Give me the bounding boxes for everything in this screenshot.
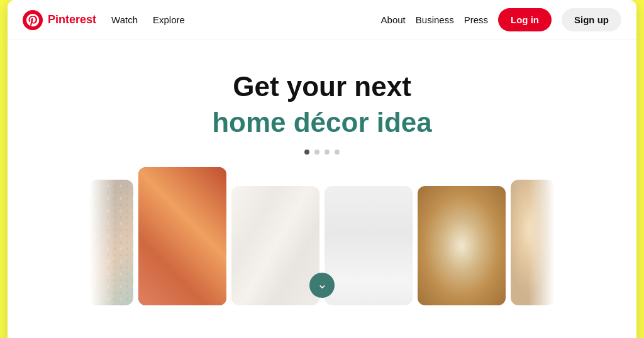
nav-watch[interactable]: Watch: [111, 14, 138, 25]
image-card-4[interactable]: [325, 186, 413, 305]
image-card-6[interactable]: [511, 180, 555, 305]
image-row: [8, 167, 636, 330]
image-card-3[interactable]: [231, 186, 319, 305]
hero-subtitle: home décor idea: [212, 106, 432, 139]
navbar: Pinterest Watch Explore About Business P…: [8, 0, 636, 40]
image-card-5[interactable]: [418, 186, 506, 305]
nav-press[interactable]: Press: [464, 14, 488, 25]
dot-4[interactable]: [335, 150, 340, 155]
logo-area[interactable]: Pinterest: [23, 10, 96, 30]
hero-title: Get your next: [233, 70, 411, 104]
dot-2[interactable]: [314, 150, 319, 155]
how-it-works-link[interactable]: Here's how it works ⌄: [8, 330, 636, 338]
pinterest-logo-icon: [23, 10, 43, 30]
svg-point-0: [23, 10, 43, 30]
image-card-2[interactable]: [138, 167, 226, 305]
browser-window: Pinterest Watch Explore About Business P…: [8, 0, 636, 338]
nav-explore[interactable]: Explore: [153, 14, 185, 25]
nav-left: Watch Explore: [111, 14, 185, 25]
scroll-down-button[interactable]: [309, 273, 335, 298]
login-button[interactable]: Log in: [498, 8, 552, 31]
hero-section: Get your next home décor idea: [8, 40, 636, 330]
image-card-1[interactable]: [89, 180, 133, 305]
dot-3[interactable]: [325, 150, 330, 155]
nav-right: About Business Press Log in Sign up: [381, 8, 621, 31]
logo-text: Pinterest: [48, 13, 96, 26]
dot-1[interactable]: [304, 150, 309, 155]
nav-business[interactable]: Business: [416, 14, 454, 25]
signup-button[interactable]: Sign up: [562, 8, 621, 31]
nav-about[interactable]: About: [381, 14, 406, 25]
carousel-dots: [304, 150, 340, 155]
